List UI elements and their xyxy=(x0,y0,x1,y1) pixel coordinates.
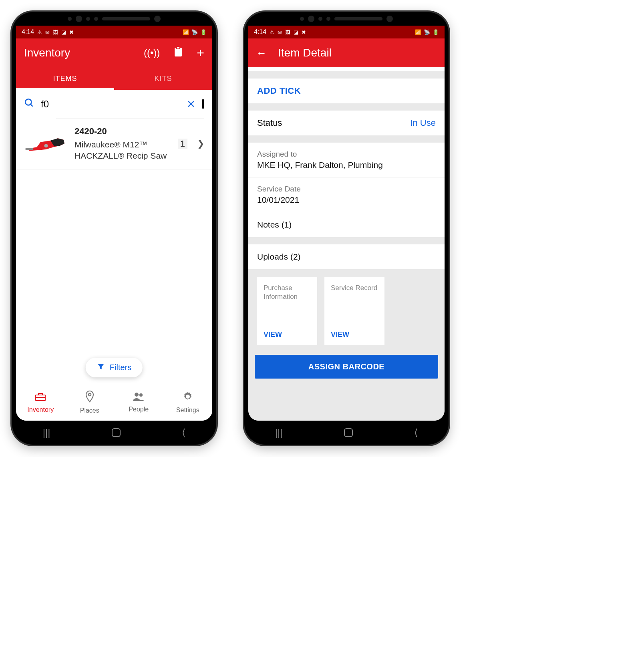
phone-item-detail: 4:14 ⚠ ✉ 🖼 ◪ ✖ 📶 📡 🔋 ← Item Detail ADD xyxy=(244,12,449,445)
page-title: Inventory xyxy=(24,46,70,59)
search-icon xyxy=(24,98,34,111)
back-arrow-icon[interactable]: ← xyxy=(256,47,267,59)
add-tick-button[interactable]: ADD TICK xyxy=(248,79,445,103)
pin-icon xyxy=(85,391,95,405)
item-name: Milwaukee® M12™ HACKZALL® Recip Saw xyxy=(74,139,171,162)
service-date-row[interactable]: Service Date 10/01/2021 xyxy=(248,177,445,212)
card-title: Purchase Information xyxy=(264,284,311,301)
item-count: 1 xyxy=(178,139,187,149)
wifi-icon: 📶 xyxy=(183,29,189,35)
status-value: In Use xyxy=(410,118,436,128)
status-time: 4:14 xyxy=(254,28,266,36)
nav-people[interactable]: People xyxy=(114,384,163,421)
android-nav-bar: ||| ⟨ xyxy=(244,421,449,445)
search-row: ✕ xyxy=(16,90,212,119)
gear-icon xyxy=(182,391,193,405)
nav-people-label: People xyxy=(129,406,149,413)
image-icon: 🖼 xyxy=(53,29,58,35)
tab-kits[interactable]: KITS xyxy=(114,67,212,90)
people-icon xyxy=(132,392,145,404)
speaker-sensor-bar xyxy=(12,12,216,26)
service-date-label: Service Date xyxy=(257,185,436,193)
svg-point-10 xyxy=(139,393,143,397)
svg-rect-4 xyxy=(26,148,33,150)
svg-line-3 xyxy=(30,104,32,106)
clear-search-icon[interactable]: ✕ xyxy=(187,98,195,111)
toolbox-icon xyxy=(34,391,46,405)
tab-items[interactable]: ITEMS xyxy=(16,67,114,90)
assigned-value: MKE HQ, Frank Dalton, Plumbing xyxy=(257,160,436,170)
add-icon[interactable]: + xyxy=(197,46,204,60)
filters-label: Filters xyxy=(110,363,131,372)
signal-off-icon: ◪ xyxy=(61,29,66,35)
nav-inventory[interactable]: Inventory xyxy=(16,384,65,421)
battery-icon: 🔋 xyxy=(200,29,207,35)
speaker-sensor-bar xyxy=(244,12,449,26)
nav-settings[interactable]: Settings xyxy=(163,384,213,421)
barcode-scan-icon[interactable] xyxy=(202,101,204,108)
card-view-link[interactable]: VIEW xyxy=(331,330,378,339)
tab-bar: ITEMS KITS xyxy=(16,67,212,90)
notes-label: Notes (1) xyxy=(257,220,292,229)
home-button[interactable] xyxy=(344,428,353,437)
nav-inventory-label: Inventory xyxy=(27,406,54,413)
page-title: Item Detail xyxy=(278,46,332,59)
assign-barcode-button[interactable]: ASSIGN BARCODE xyxy=(255,355,438,379)
warning-icon: ⚠ xyxy=(37,29,42,35)
card-title: Service Record xyxy=(331,284,378,292)
detail-scroll[interactable]: ADD TICK Status In Use Assigned to MKE H… xyxy=(248,67,445,421)
uploads-row[interactable]: Uploads (2) xyxy=(248,244,445,269)
mail-icon: ✉ xyxy=(278,29,282,35)
android-nav-bar: ||| ⟨ xyxy=(12,421,216,445)
search-input[interactable] xyxy=(41,99,180,110)
wifi-icon: 📶 xyxy=(415,29,421,35)
uploads-label: Uploads (2) xyxy=(257,252,301,261)
back-button[interactable]: ⟨ xyxy=(182,427,185,438)
nav-places[interactable]: Places xyxy=(65,384,115,421)
card-view-link[interactable]: VIEW xyxy=(264,330,311,339)
android-status-bar: 4:14 ⚠ ✉ 🖼 ◪ ✖ 📶 📡 🔋 xyxy=(248,26,445,38)
phone-inventory: 4:14 ⚠ ✉ 🖼 ◪ ✖ 📶 📡 🔋 Inventory ((•)) xyxy=(12,12,216,445)
status-row[interactable]: Status In Use xyxy=(248,111,445,135)
svg-point-5 xyxy=(44,144,48,147)
card-service-record[interactable]: Service Record VIEW xyxy=(324,277,384,345)
clipboard-icon[interactable] xyxy=(173,46,183,60)
network-icon: 📡 xyxy=(424,29,430,35)
close-badge-icon: ✖ xyxy=(302,29,306,35)
back-button[interactable]: ⟨ xyxy=(414,427,418,438)
app-header: Inventory ((•)) + ITEMS KITS xyxy=(16,38,212,90)
svg-point-2 xyxy=(25,99,31,105)
nav-places-label: Places xyxy=(80,407,99,414)
warning-icon: ⚠ xyxy=(270,29,274,35)
svg-point-8 xyxy=(89,393,91,396)
home-button[interactable] xyxy=(112,428,121,437)
svg-point-9 xyxy=(135,393,139,397)
network-icon: 📡 xyxy=(191,29,198,35)
bottom-nav: Inventory Places People Settings xyxy=(16,384,212,421)
app-header: ← Item Detail xyxy=(248,38,445,67)
service-date-value: 10/01/2021 xyxy=(257,195,436,205)
recents-button[interactable]: ||| xyxy=(43,427,50,438)
status-label: Status xyxy=(257,118,282,128)
card-purchase-info[interactable]: Purchase Information VIEW xyxy=(257,277,317,345)
assigned-row[interactable]: Assigned to MKE HQ, Frank Dalton, Plumbi… xyxy=(248,143,445,177)
image-icon: 🖼 xyxy=(285,29,290,35)
battery-icon: 🔋 xyxy=(433,29,439,35)
close-badge-icon: ✖ xyxy=(69,29,74,35)
recents-button[interactable]: ||| xyxy=(275,427,283,438)
nav-settings-label: Settings xyxy=(176,407,199,414)
svg-rect-1 xyxy=(177,46,180,49)
broadcast-icon[interactable]: ((•)) xyxy=(144,47,160,58)
info-cards: Purchase Information VIEW Service Record… xyxy=(248,269,445,355)
list-item[interactable]: 2420-20 Milwaukee® M12™ HACKZALL® Recip … xyxy=(16,119,212,169)
item-thumbnail xyxy=(24,128,68,160)
android-status-bar: 4:14 ⚠ ✉ 🖼 ◪ ✖ 📶 📡 🔋 xyxy=(16,26,212,38)
assigned-label: Assigned to xyxy=(257,150,436,159)
item-sku: 2420-20 xyxy=(74,126,171,137)
notes-row[interactable]: Notes (1) xyxy=(248,212,445,237)
filters-button[interactable]: Filters xyxy=(86,358,143,377)
mail-icon: ✉ xyxy=(45,29,50,35)
filter-icon xyxy=(97,363,105,373)
chevron-right-icon: ❯ xyxy=(197,139,204,149)
signal-off-icon: ◪ xyxy=(294,29,298,35)
